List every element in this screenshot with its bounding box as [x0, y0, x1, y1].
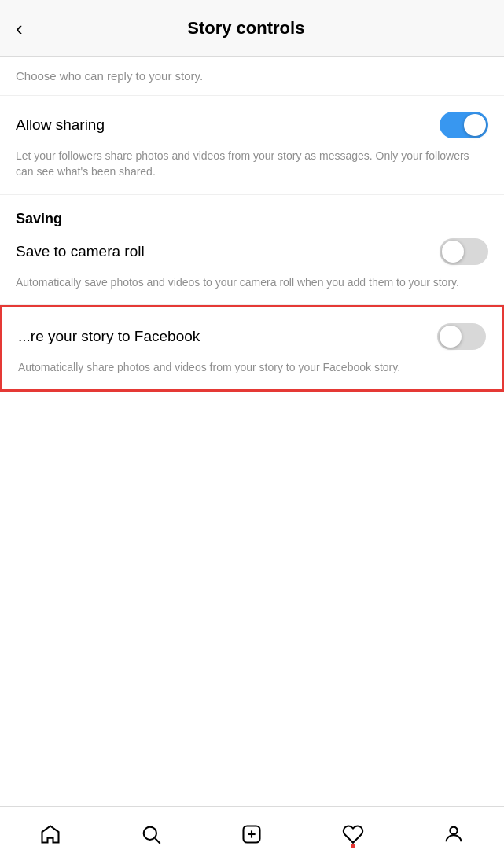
saving-section-title: Saving: [16, 211, 488, 227]
svg-point-0: [144, 826, 156, 839]
nav-search[interactable]: [131, 817, 171, 852]
allow-sharing-toggle[interactable]: [440, 112, 488, 138]
share-to-facebook-slider: [437, 323, 486, 350]
bottom-navigation: [0, 806, 504, 861]
subtitle-text: Choose who can reply to your story.: [16, 69, 203, 83]
page-header: ‹ Story controls: [0, 0, 504, 57]
allow-sharing-slider: [440, 112, 488, 138]
save-to-camera-slider: [440, 238, 488, 265]
share-to-facebook-section: ...re your story to Facebook Automatical…: [0, 305, 504, 392]
share-to-facebook-description: Automatically share photos and videos fr…: [18, 359, 486, 375]
nav-create[interactable]: [231, 817, 272, 852]
nav-activity[interactable]: [333, 817, 373, 852]
allow-sharing-row: Allow sharing: [16, 112, 488, 138]
save-to-camera-label: Save to camera roll: [16, 243, 145, 260]
save-to-camera-description: Automatically save photos and videos to …: [16, 274, 488, 290]
allow-sharing-label: Allow sharing: [16, 116, 105, 134]
svg-line-1: [156, 838, 160, 843]
search-icon: [140, 823, 162, 845]
page-title: Story controls: [32, 18, 460, 39]
back-button[interactable]: ‹: [13, 15, 32, 42]
share-to-facebook-toggle[interactable]: [437, 323, 486, 350]
allow-sharing-description: Let your followers share photos and vide…: [16, 148, 488, 180]
create-icon: [241, 823, 263, 845]
home-icon: [39, 823, 61, 845]
share-to-facebook-label: ...re your story to Facebook: [18, 328, 200, 345]
share-to-facebook-row: ...re your story to Facebook: [18, 323, 486, 350]
svg-point-5: [450, 826, 457, 833]
profile-icon: [443, 823, 465, 845]
save-to-camera-row: Save to camera roll: [16, 238, 488, 265]
nav-profile[interactable]: [433, 817, 474, 852]
allow-sharing-section: Allow sharing Let your followers share p…: [0, 96, 504, 195]
activity-dot: [351, 844, 355, 848]
heart-icon: [342, 823, 364, 845]
nav-home[interactable]: [30, 817, 71, 852]
save-to-camera-toggle[interactable]: [440, 238, 488, 265]
subtitle-row: Choose who can reply to your story.: [0, 57, 504, 96]
saving-section: Saving Save to camera roll Automatically…: [0, 195, 504, 305]
main-content: Choose who can reply to your story. Allo…: [0, 57, 504, 454]
